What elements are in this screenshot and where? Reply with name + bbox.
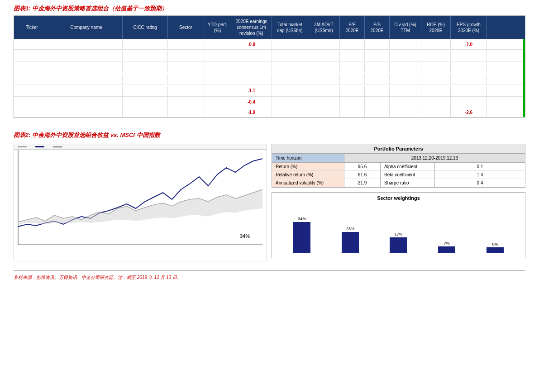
cell-eps	[451, 74, 487, 84]
cell-ticker	[14, 107, 50, 117]
figure1-title: 图表1: 中金海外中资股策略首选组合（估值基于一致预期）	[14, 5, 525, 13]
line-chart-area: 34%	[14, 144, 267, 261]
bar-1	[293, 222, 310, 253]
cell-ytd	[204, 62, 231, 72]
cell-earnings: -0.8	[231, 39, 272, 49]
params-value-alpha: 0.1	[435, 163, 525, 170]
cell-pb	[365, 39, 390, 49]
cell-ytd	[204, 74, 231, 84]
cell-ticker	[14, 74, 50, 84]
cell-sector	[168, 107, 204, 117]
cell-earnings: -1.9	[231, 107, 272, 117]
cell-mktcap	[272, 97, 308, 107]
figure2-title: 图表2: 中金海外中资股首选组合收益 vs. MSCI 中国指数	[14, 131, 525, 139]
cell-pe	[340, 51, 365, 61]
params-label-relative: Relative return (%)	[272, 171, 344, 179]
cell-ticker	[14, 51, 50, 61]
time-horizon-label: Time horizon	[272, 154, 344, 162]
cell-cicc	[123, 62, 168, 72]
cell-pb	[365, 97, 390, 107]
header-cicc: CICC rating	[123, 16, 168, 39]
cell-pb	[365, 74, 390, 84]
table-row: -1.1	[14, 85, 525, 96]
bar-group-4: 7%	[425, 241, 469, 253]
bar-3	[390, 237, 407, 253]
cell-ticker	[14, 86, 50, 96]
cell-sector	[168, 62, 204, 72]
header-advt: 3M ADVT (US$mn)	[308, 16, 340, 39]
cell-pe	[340, 39, 365, 49]
cell-roe	[421, 62, 451, 72]
cell-ticker	[14, 39, 50, 49]
svg-text:34%: 34%	[240, 233, 250, 239]
cell-eps	[451, 97, 487, 107]
cell-div	[390, 51, 421, 61]
header-earnings: 2020E earnings consensus 1m revision (%)	[231, 16, 272, 39]
cell-pe	[340, 62, 365, 72]
cell-company	[50, 39, 123, 49]
bar-group-3: 17%	[377, 232, 420, 253]
cell-mktcap	[272, 74, 308, 84]
params-value-return: 95.6	[344, 163, 381, 170]
header-company: Company name	[50, 16, 123, 39]
right-panel: Portfolio Parameters Time horizon 2013.1…	[272, 144, 525, 261]
cell-advt	[308, 86, 340, 96]
cell-earnings: -0.4	[231, 97, 272, 107]
bar-label-7: 7%	[444, 241, 450, 246]
bar-label-6: 6%	[492, 242, 498, 246]
cell-company	[50, 51, 123, 61]
bar-x-labels	[276, 253, 521, 255]
cell-company	[50, 97, 123, 107]
cell-mktcap	[272, 62, 308, 72]
cell-mktcap	[272, 39, 308, 49]
cell-advt	[308, 51, 340, 61]
cell-pb	[365, 107, 390, 117]
header-mktcap: Total market cap (US$bn)	[272, 16, 308, 39]
table-row	[14, 49, 525, 61]
cell-ytd	[204, 39, 231, 49]
header-div: Div yld (%) TTM	[390, 16, 421, 39]
cell-ticker	[14, 97, 50, 107]
legend-line-dashed	[53, 146, 62, 147]
cell-div	[390, 62, 421, 72]
cell-pe	[340, 74, 365, 84]
params-value-relative: 61.6	[344, 171, 381, 179]
cell-sector	[168, 86, 204, 96]
cell-cicc	[123, 107, 168, 117]
footer: 资料来源：彭博资讯、万得资讯、中金公司研究部。注：截至 2019 年 12 月 …	[14, 270, 525, 281]
footer-text: 资料来源：彭博资讯、万得资讯、中金公司研究部。注：截至 2019 年 12 月 …	[14, 275, 181, 280]
cell-roe	[421, 107, 451, 117]
green-indicator-bar	[523, 39, 525, 117]
cell-cicc	[123, 97, 168, 107]
legend-line-gray	[18, 146, 27, 147]
cell-advt	[308, 62, 340, 72]
cell-roe	[421, 86, 451, 96]
portfolio-params-table: Portfolio Parameters Time horizon 2013.1…	[272, 144, 525, 188]
bar-group-2: 23%	[329, 227, 372, 253]
cell-cicc	[123, 39, 168, 49]
table-header-row: Ticker Company name CICC rating Sector Y…	[14, 16, 525, 39]
cell-earnings: -1.1	[231, 86, 272, 96]
header-ticker: Ticker	[14, 16, 50, 39]
legend-item-3	[53, 146, 64, 147]
cell-cicc	[123, 51, 168, 61]
cell-pb	[365, 51, 390, 61]
cell-ytd	[204, 86, 231, 96]
line-chart-placeholder: 34%	[14, 150, 267, 245]
cell-sector	[168, 97, 204, 107]
cell-advt	[308, 74, 340, 84]
cell-cicc	[123, 86, 168, 96]
cell-roe	[421, 74, 451, 84]
table-row	[14, 73, 525, 85]
cell-company	[50, 62, 123, 72]
cell-company	[50, 107, 123, 117]
cell-advt	[308, 39, 340, 49]
cell-div	[390, 86, 421, 96]
cell-mktcap	[272, 107, 308, 117]
cell-advt	[308, 107, 340, 117]
cell-company	[50, 74, 123, 84]
legend-item-2	[35, 146, 46, 147]
cell-sector	[168, 51, 204, 61]
bar-group-5: 6%	[473, 242, 517, 253]
cell-pb	[365, 62, 390, 72]
